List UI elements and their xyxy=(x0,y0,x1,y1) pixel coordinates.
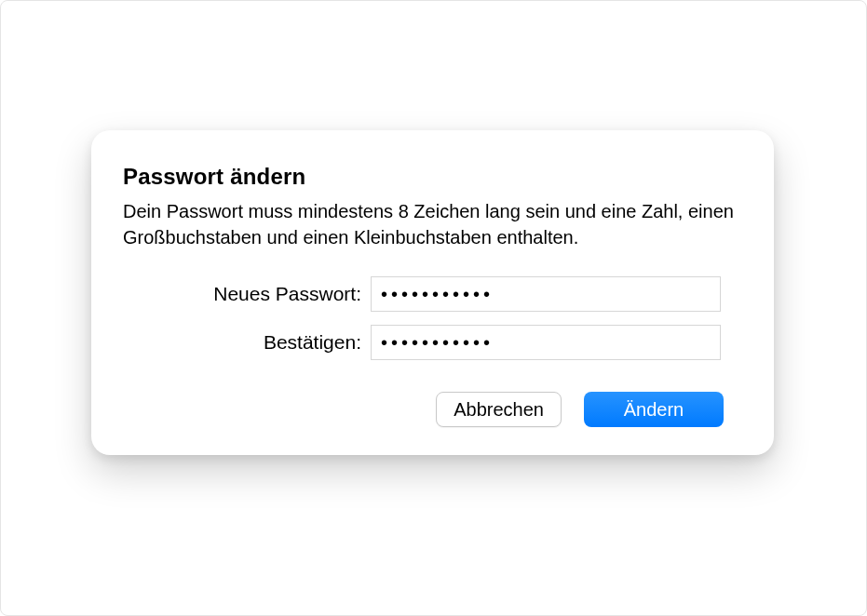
change-password-dialog: Passwort ändern Dein Passwort muss minde… xyxy=(91,130,774,455)
dialog-title: Passwort ändern xyxy=(123,164,742,190)
new-password-label: Neues Passwort: xyxy=(123,283,371,305)
new-password-input[interactable] xyxy=(371,276,721,312)
cancel-button[interactable]: Abbrechen xyxy=(436,392,562,427)
confirm-password-row: Bestätigen: xyxy=(123,325,742,360)
new-password-row: Neues Passwort: xyxy=(123,276,742,312)
submit-button[interactable]: Ändern xyxy=(584,392,724,427)
confirm-password-label: Bestätigen: xyxy=(123,331,371,354)
dialog-description: Dein Passwort muss mindestens 8 Zeichen … xyxy=(123,199,742,250)
button-row: Abbrechen Ändern xyxy=(123,392,742,427)
confirm-password-input[interactable] xyxy=(371,325,721,360)
